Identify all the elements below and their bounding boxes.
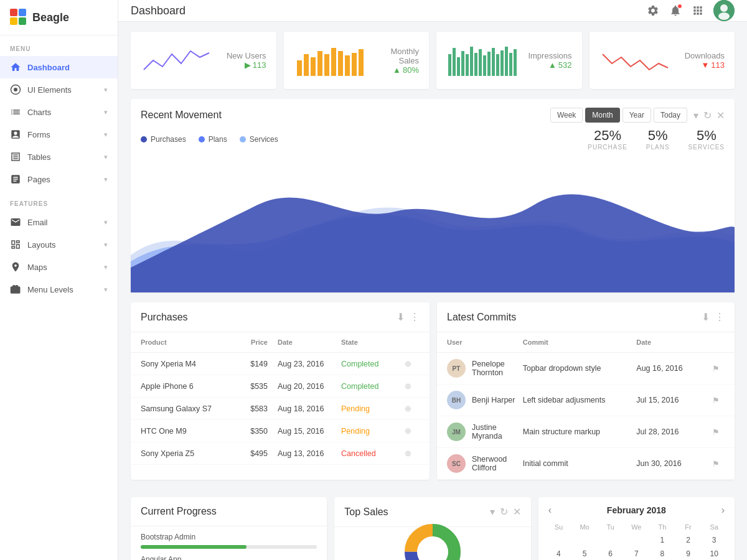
purchases-title: Purchases bbox=[141, 312, 397, 323]
commit-user: PT Penelope Thornton bbox=[447, 359, 523, 378]
home-icon bbox=[10, 62, 21, 73]
close-icon[interactable]: ✕ bbox=[716, 110, 725, 121]
settings-icon[interactable] bbox=[646, 4, 660, 17]
impressions-value: 532 bbox=[558, 60, 572, 70]
svg-rect-26 bbox=[479, 49, 482, 76]
commit-flag-icon[interactable]: ⚑ bbox=[712, 459, 725, 469]
top-sales-close-icon[interactable]: ✕ bbox=[513, 506, 521, 518]
commits-more-icon[interactable]: ⋮ bbox=[715, 311, 725, 323]
calendar-day[interactable]: 5 bbox=[571, 547, 598, 560]
grid-icon[interactable] bbox=[691, 4, 705, 17]
impressions-change: ▲ 532 bbox=[528, 60, 571, 70]
avatar[interactable] bbox=[713, 0, 735, 21]
notifications-icon[interactable] bbox=[669, 4, 682, 17]
refresh-icon[interactable]: ↻ bbox=[703, 110, 712, 121]
sidebar-item-email[interactable]: Email ▾ bbox=[0, 211, 118, 233]
progress-header: Current Progress bbox=[131, 497, 327, 526]
sidebar-item-charts[interactable]: Charts ▾ bbox=[0, 101, 118, 123]
sidebar-item-layouts-label: Layouts bbox=[27, 240, 56, 250]
ui-arrow-icon: ▾ bbox=[104, 86, 108, 94]
purchase-action-icon[interactable]: ⊕ bbox=[405, 404, 420, 413]
new-users-info: New Users ▶ 113 bbox=[220, 51, 266, 70]
calendar-day[interactable]: 4 bbox=[546, 547, 572, 560]
calendar-next-button[interactable]: › bbox=[721, 505, 725, 516]
purchase-action-icon[interactable]: ⊕ bbox=[405, 449, 420, 458]
calendar-day[interactable]: 1 bbox=[649, 533, 675, 547]
top-sales-refresh-icon[interactable]: ↻ bbox=[500, 506, 508, 518]
sidebar-item-menu-levels[interactable]: Menu Levels ▾ bbox=[0, 278, 118, 301]
period-year[interactable]: Year bbox=[622, 108, 651, 123]
legend-plans: Plans bbox=[199, 135, 227, 144]
stat-card-impressions: Impressions ▲ 532 bbox=[436, 32, 582, 89]
downloads-change: ▼ 113 bbox=[685, 60, 725, 70]
svg-rect-18 bbox=[359, 49, 364, 76]
legend-services-label: Services bbox=[250, 135, 278, 144]
commit-avatar: SC bbox=[447, 454, 466, 473]
commit-avatar: BH bbox=[447, 391, 466, 409]
top-sales-collapse-icon[interactable]: ▾ bbox=[490, 506, 495, 518]
sidebar-item-maps[interactable]: Maps ▾ bbox=[0, 256, 118, 278]
legend-purchases: Purchases bbox=[141, 135, 186, 144]
svg-rect-12 bbox=[317, 51, 322, 76]
calendar-day[interactable]: 2 bbox=[675, 533, 702, 547]
purchase-action-icon[interactable]: ⊕ bbox=[405, 426, 420, 436]
calendar-day[interactable]: 6 bbox=[598, 547, 624, 560]
commit-message: Initial commit bbox=[523, 459, 637, 468]
svg-rect-1 bbox=[19, 9, 26, 16]
calendar-day: . bbox=[598, 533, 624, 547]
commits-table-body: PT Penelope Thornton Topbar dropdown sty… bbox=[437, 353, 735, 480]
calendar-day[interactable]: 9 bbox=[675, 547, 702, 560]
purchase-action-icon[interactable]: ⊕ bbox=[405, 359, 420, 368]
sidebar-item-forms[interactable]: Forms ▾ bbox=[0, 123, 118, 146]
commit-user: JM Justine Myranda bbox=[447, 422, 523, 441]
services-pct-label: SERVICES bbox=[688, 144, 725, 151]
collapse-icon[interactable]: ▾ bbox=[693, 110, 698, 121]
commit-message: Topbar dropdown style bbox=[523, 364, 637, 373]
calendar-day[interactable]: 3 bbox=[701, 533, 727, 547]
stat-cards-row: New Users ▶ 113 bbox=[131, 32, 735, 89]
sidebar-item-layouts[interactable]: Layouts ▾ bbox=[0, 233, 118, 256]
notification-dot bbox=[677, 4, 682, 9]
col-date-header: Date bbox=[278, 338, 341, 346]
purchases-download-icon[interactable]: ⬇ bbox=[397, 311, 405, 323]
commits-download-icon[interactable]: ⬇ bbox=[702, 311, 710, 323]
calendar-day-header: Sa bbox=[701, 523, 727, 531]
email-icon bbox=[10, 217, 21, 228]
sidebar-item-ui-elements[interactable]: UI Elements ▾ bbox=[0, 78, 118, 101]
period-today[interactable]: Today bbox=[654, 108, 687, 123]
commit-flag-icon[interactable]: ⚑ bbox=[712, 427, 725, 437]
progress-item-1: Angular App bbox=[141, 555, 317, 560]
svg-rect-34 bbox=[514, 49, 517, 76]
content-area: New Users ▶ 113 bbox=[118, 22, 747, 560]
commit-row: BH Benji Harper Left sidebar adjusments … bbox=[437, 385, 735, 416]
legend-plans-dot bbox=[199, 136, 205, 142]
calendar-title: February 2018 bbox=[552, 505, 721, 515]
commit-flag-icon[interactable]: ⚑ bbox=[712, 364, 725, 373]
col-state-header: State bbox=[341, 338, 405, 346]
commit-avatar: PT bbox=[447, 359, 466, 378]
purchases-actions: ⬇ ⋮ bbox=[397, 311, 420, 323]
calendar-day[interactable]: 10 bbox=[701, 547, 727, 560]
purchases-more-icon[interactable]: ⋮ bbox=[410, 311, 420, 323]
new-users-change: ▶ 113 bbox=[227, 60, 266, 70]
purchase-action-icon[interactable]: ⊕ bbox=[405, 381, 420, 391]
commits-table-header: User Commit Date bbox=[437, 332, 735, 353]
purchase-date: Aug 23, 2016 bbox=[278, 360, 341, 368]
downloads-chart bbox=[599, 42, 679, 79]
svg-rect-24 bbox=[470, 47, 473, 76]
sidebar-item-dashboard[interactable]: Dashboard bbox=[0, 56, 118, 78]
svg-rect-31 bbox=[500, 50, 504, 76]
svg-rect-27 bbox=[483, 55, 486, 76]
sidebar-item-pages[interactable]: Pages ▾ bbox=[0, 168, 118, 190]
purchase-price: $535 bbox=[225, 382, 278, 391]
period-month[interactable]: Month bbox=[585, 108, 619, 123]
sidebar-item-tables[interactable]: Tables ▾ bbox=[0, 146, 118, 168]
calendar-day[interactable]: 7 bbox=[624, 547, 650, 560]
calendar-day[interactable]: 8 bbox=[649, 547, 675, 560]
svg-rect-16 bbox=[345, 55, 350, 76]
commit-flag-icon[interactable]: ⚑ bbox=[712, 396, 725, 405]
purchase-date: Aug 13, 2016 bbox=[278, 449, 341, 458]
period-week[interactable]: Week bbox=[550, 108, 583, 123]
purchases-table-body: Sony Xperia M4 $149 Aug 23, 2016 Complet… bbox=[131, 353, 430, 465]
commit-message: Main structure markup bbox=[523, 427, 637, 436]
